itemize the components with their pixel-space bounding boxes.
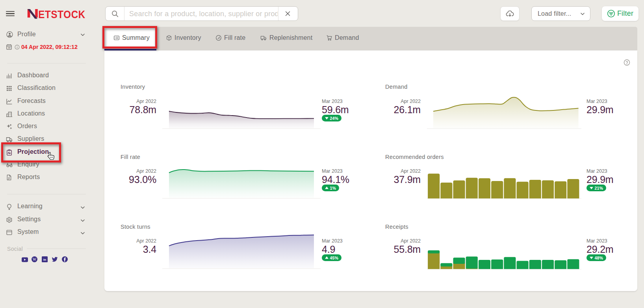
svg-text:W: W [33, 258, 36, 261]
svg-text:in: in [43, 258, 46, 261]
svg-text:19: 19 [8, 47, 11, 49]
